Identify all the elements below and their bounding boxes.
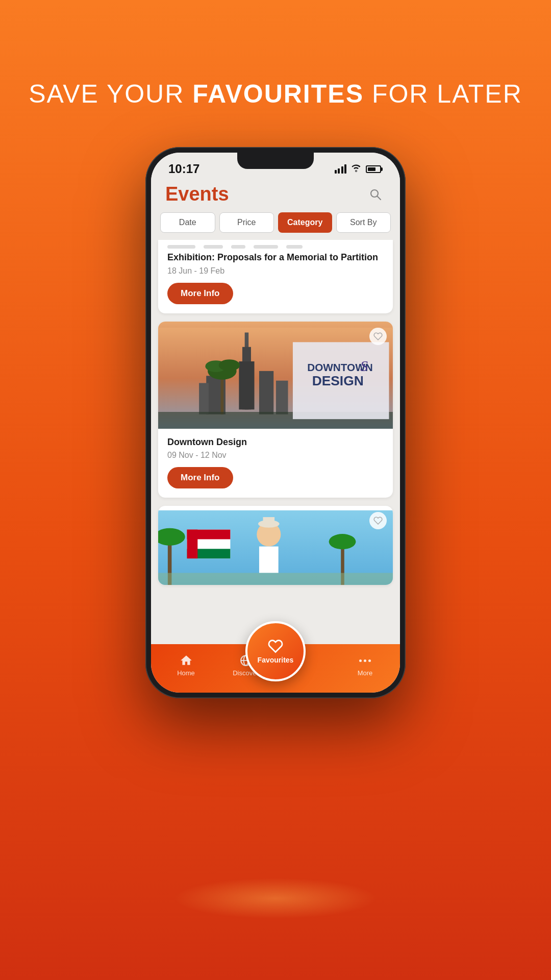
home-icon bbox=[180, 654, 193, 667]
phone-notch bbox=[237, 153, 314, 169]
nav-item-home[interactable]: Home bbox=[156, 654, 216, 677]
filter-bar: Date Price Category Sort By bbox=[151, 212, 400, 240]
svg-rect-5 bbox=[239, 361, 254, 409]
bottom-nav: Home Discover More Favourites bbox=[151, 644, 400, 693]
app-title: Events bbox=[165, 183, 229, 205]
event-date-2: 09 Nov - 12 Nov bbox=[167, 451, 384, 460]
event-card-2: DOWNTOWN DESIGN S Downtown Design 09 Nov… bbox=[158, 322, 393, 498]
svg-line-1 bbox=[378, 196, 381, 200]
search-button[interactable] bbox=[365, 184, 386, 205]
app-header: Events bbox=[151, 180, 400, 212]
status-time: 10:17 bbox=[168, 162, 199, 176]
filter-category[interactable]: Category bbox=[278, 212, 332, 233]
fab-heart-icon bbox=[268, 639, 283, 654]
status-icons bbox=[335, 164, 383, 175]
svg-rect-32 bbox=[158, 573, 393, 585]
more-info-button-1[interactable]: More Info bbox=[167, 283, 233, 304]
more-info-button-2[interactable]: More Info bbox=[167, 467, 233, 488]
fab-button[interactable]: Favourites bbox=[245, 621, 306, 681]
svg-rect-27 bbox=[263, 517, 274, 526]
event-image-oman bbox=[158, 506, 393, 585]
heart-icon-3 bbox=[373, 516, 383, 525]
fab-label: Favourites bbox=[258, 656, 294, 664]
headline: SAVE YOUR FAVOURITES FOR LATER bbox=[8, 79, 543, 109]
phone-glow bbox=[173, 878, 378, 919]
event-card-3 bbox=[158, 506, 393, 585]
event-image-dubai: DOWNTOWN DESIGN S bbox=[158, 322, 393, 429]
phone-screen: 10:17 bbox=[151, 153, 400, 693]
svg-rect-9 bbox=[276, 381, 288, 414]
nav-label-home: Home bbox=[177, 669, 195, 677]
svg-point-23 bbox=[329, 534, 356, 549]
event-title-1: Exhibition: Proposals for a Memorial to … bbox=[167, 252, 384, 263]
nav-label-more: More bbox=[358, 669, 373, 677]
svg-rect-8 bbox=[259, 371, 273, 414]
event-card-partial: Exhibition: Proposals for a Memorial to … bbox=[158, 240, 393, 313]
svg-rect-31 bbox=[187, 530, 198, 559]
battery-icon bbox=[366, 165, 383, 173]
dubai-skyline-svg: DOWNTOWN DESIGN S bbox=[158, 322, 393, 429]
event-body-2: Downtown Design 09 Nov - 12 Nov More Inf… bbox=[158, 429, 393, 498]
events-scroll[interactable]: Exhibition: Proposals for a Memorial to … bbox=[151, 240, 400, 644]
svg-text:DESIGN: DESIGN bbox=[312, 374, 364, 389]
svg-rect-25 bbox=[259, 547, 279, 573]
phone-mockup: 10:17 bbox=[145, 147, 406, 698]
filter-price[interactable]: Price bbox=[219, 212, 274, 233]
search-icon bbox=[369, 188, 382, 201]
svg-rect-7 bbox=[199, 383, 209, 414]
headline-highlight: FAVOURITES bbox=[192, 80, 364, 108]
nav-item-more[interactable]: More bbox=[335, 654, 395, 677]
filter-date[interactable]: Date bbox=[160, 212, 215, 233]
headline-part1: SAVE YOUR bbox=[29, 80, 192, 108]
heart-icon-2 bbox=[373, 332, 383, 341]
svg-text:S: S bbox=[360, 357, 368, 375]
headline-part2: FOR LATER bbox=[364, 80, 522, 108]
dots-icon bbox=[359, 654, 371, 667]
wifi-icon bbox=[350, 164, 362, 175]
filter-sortby[interactable]: Sort By bbox=[336, 212, 391, 233]
event-title-2: Downtown Design bbox=[167, 437, 384, 448]
scroll-indicator bbox=[167, 240, 384, 252]
event-date-1: 18 Jun - 19 Feb bbox=[167, 266, 384, 276]
signal-icon bbox=[335, 164, 347, 174]
oman-scene-svg bbox=[158, 506, 393, 585]
svg-point-13 bbox=[219, 360, 240, 372]
